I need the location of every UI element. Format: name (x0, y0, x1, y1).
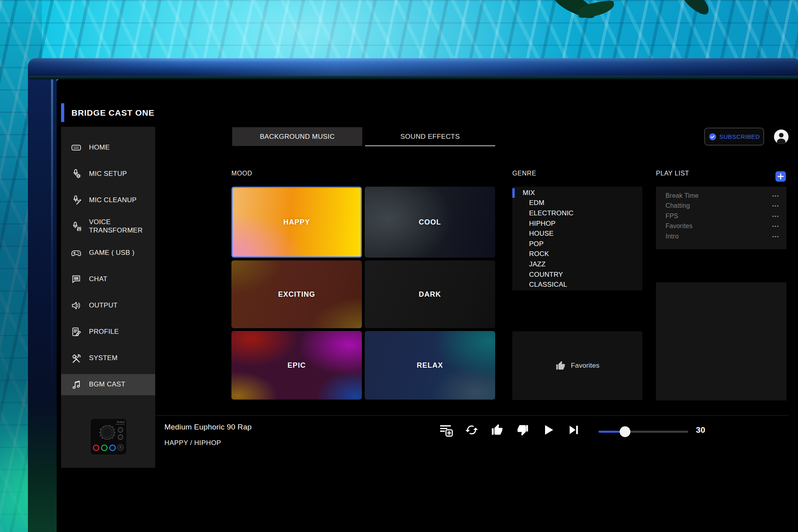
playlist-item[interactable]: Favorites ••• (656, 221, 786, 232)
more-options-button[interactable]: ••• (772, 234, 779, 239)
sidebar-item-mic-cleanup[interactable]: MIC CLEANUP (61, 187, 155, 213)
selected-indicator (512, 188, 515, 198)
sidebar-item-mic-setup[interactable]: MIC SETUP (61, 161, 155, 187)
volume-value: 30 (696, 425, 705, 435)
mood-tile-happy[interactable]: HAPPY (231, 187, 362, 258)
thumb-up-icon (555, 361, 566, 371)
profile-icon (69, 326, 83, 337)
plus-icon (775, 171, 786, 182)
player-divider (155, 415, 789, 416)
mood-tile-exciting[interactable]: EXCITING (231, 260, 362, 328)
like-button[interactable] (490, 421, 505, 439)
music-note-icon (69, 379, 83, 390)
genre-item-label: JAZZ (529, 260, 545, 268)
favorites-label: Favorites (571, 362, 600, 370)
now-playing-meta: HAPPY / HIPHOP (164, 439, 221, 447)
mood-tile-label: RELAX (417, 361, 443, 370)
playlist-item[interactable]: Intro ••• (656, 231, 786, 242)
genre-item[interactable]: HIPHOP (512, 219, 642, 229)
sidebar-item-game-usb[interactable]: GAME ( USB ) (61, 240, 155, 266)
chat-icon (69, 274, 83, 285)
playlist-item[interactable]: FPS ••• (656, 211, 786, 221)
playlist-tracks-panel (656, 282, 786, 400)
add-playlist-button[interactable] (775, 171, 786, 182)
more-options-button[interactable]: ••• (772, 214, 779, 219)
genre-item[interactable]: ELECTRONIC (512, 208, 642, 219)
genre-item-label: HIPHOP (529, 220, 555, 228)
tools-icon (69, 353, 83, 364)
dislike-button[interactable] (515, 421, 530, 439)
mood-tile-cool[interactable]: COOL (365, 187, 495, 258)
mood-tile-label: EXCITING (278, 290, 315, 299)
sidebar-item-profile[interactable]: PROFILE (61, 319, 155, 345)
genre-list: MIX EDM ELECTRONIC HIPHOP HOUSE (512, 187, 642, 290)
repeat-button[interactable] (464, 421, 479, 439)
more-options-button[interactable]: ••• (772, 224, 779, 229)
tab-sound-effects[interactable]: SOUND EFFECTS (365, 127, 495, 146)
genre-item[interactable]: JAZZ (512, 259, 642, 270)
genre-item[interactable]: POP (512, 239, 642, 249)
play-icon (541, 422, 556, 438)
check-circle-icon (709, 133, 717, 141)
repeat-icon (465, 423, 478, 437)
subscribed-button[interactable]: SUBSCRIBED (704, 128, 764, 146)
sidebar-item-label: OUTPUT (89, 301, 146, 310)
next-button[interactable] (566, 421, 581, 439)
sidebar-item-label: VOICE TRANSFORMER (89, 218, 146, 234)
playlist-section-label: PLAY LIST (656, 170, 689, 177)
more-options-button[interactable]: ••• (772, 203, 779, 208)
now-playing-title: Medium Euphoric 90 Rap (164, 423, 252, 432)
sidebar-item-system[interactable]: SYSTEM (61, 345, 155, 371)
sidebar-item-home[interactable]: HOME (61, 134, 155, 161)
volume-slider[interactable] (598, 426, 688, 437)
volume-slider-thumb[interactable] (620, 426, 630, 437)
sidebar-item-voice-transformer[interactable]: VOICE TRANSFORMER (61, 213, 155, 240)
mood-tile-epic[interactable]: EPIC (231, 331, 362, 400)
voice-transformer-icon (69, 221, 83, 232)
thumb-up-icon (491, 424, 504, 436)
more-options-button[interactable]: ••• (772, 193, 779, 198)
playlist-item-label: Favorites (666, 223, 693, 230)
sidebar-item-label: GAME ( USB ) (89, 249, 146, 257)
playlist-item[interactable]: Chatting ••• (656, 201, 786, 211)
sidebar-item-bgm-cast[interactable]: BGM CAST (61, 374, 155, 395)
sidebar-item-label: SYSTEM (89, 354, 146, 363)
genre-item[interactable]: HOUSE (512, 229, 642, 239)
play-button[interactable] (541, 421, 556, 439)
favorites-button[interactable]: Favorites (512, 331, 642, 400)
account-button[interactable] (774, 129, 789, 144)
tab-background-music[interactable]: BACKGROUND MUSIC (232, 127, 362, 146)
genre-item-label: HOUSE (529, 230, 553, 238)
genre-item-label: CLASSICAL (529, 281, 567, 289)
genre-item[interactable]: CLASSICAL (512, 280, 642, 290)
speaker-icon (69, 300, 83, 311)
device-preview: Roland (90, 418, 127, 457)
playlist-item[interactable]: Break Time ••• (656, 191, 786, 201)
mood-tile-label: HAPPY (283, 218, 310, 227)
playlist-list: Break Time ••• Chatting ••• FPS ••• Favo… (656, 187, 786, 249)
title-accent-bar (61, 103, 64, 122)
mood-tile-dark[interactable]: DARK (365, 260, 495, 328)
genre-item-label: ELECTRONIC (529, 209, 574, 217)
playlist-item-label: FPS (666, 213, 678, 220)
sidebar: HOME MIC SETUP MIC CLEANUP VOICE TRANSFO… (61, 127, 155, 468)
genre-item[interactable]: MIX (512, 188, 642, 198)
sidebar-item-label: PROFILE (89, 328, 146, 336)
skip-next-icon (566, 422, 581, 438)
playlist-item-label: Break Time (666, 192, 699, 199)
genre-item[interactable]: ROCK (512, 249, 642, 260)
sidebar-item-label: CHAT (89, 275, 146, 284)
playlist-add-button[interactable] (439, 421, 454, 439)
subscribed-label: SUBSCRIBED (719, 133, 760, 140)
sidebar-item-label: BGM CAST (89, 380, 146, 389)
genre-item[interactable]: COUNTRY (512, 270, 642, 280)
tab-underline (365, 145, 495, 146)
genre-item[interactable]: EDM (512, 198, 642, 209)
mood-tile-label: DARK (419, 290, 441, 299)
mood-grid: HAPPY COOL EXCITING DARK EPIC RELAX (231, 187, 495, 400)
sidebar-item-output[interactable]: OUTPUT (61, 292, 155, 319)
sidebar-item-chat[interactable]: CHAT (61, 266, 155, 292)
avatar-icon (774, 129, 789, 144)
mood-tile-relax[interactable]: RELAX (365, 331, 495, 400)
volume-slider-track[interactable] (598, 431, 688, 433)
